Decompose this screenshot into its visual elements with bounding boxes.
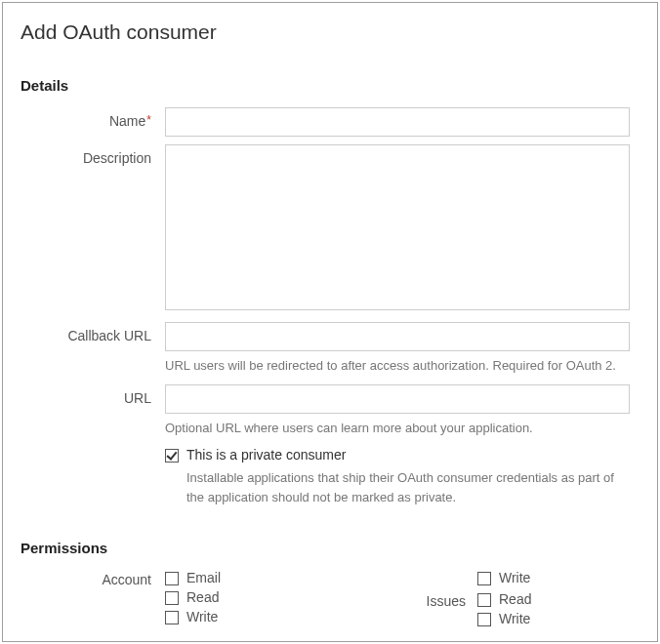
account-read-label: Read: [186, 589, 219, 605]
name-row: Name*: [21, 107, 630, 137]
description-label: Description: [21, 144, 165, 166]
account-email-checkbox[interactable]: [165, 572, 179, 585]
url-label: URL: [21, 384, 165, 406]
account-write-checkbox[interactable]: [165, 611, 179, 624]
page-title: Add OAuth consumer: [21, 20, 630, 44]
issues-group-label: Issues: [419, 591, 477, 630]
callback-url-input[interactable]: [165, 322, 630, 351]
details-section-title: Details: [21, 77, 630, 94]
name-input[interactable]: [165, 107, 630, 137]
account-email-option: Email: [165, 570, 419, 585]
issues-read-label: Read: [499, 591, 531, 607]
name-label: Name*: [21, 107, 165, 129]
account-read-checkbox[interactable]: [165, 591, 179, 605]
private-consumer-help: Installable applications that ship their…: [186, 468, 630, 506]
callback-url-label: Callback URL: [21, 322, 165, 343]
account-write-label: Write: [186, 609, 218, 624]
issues-write-option: Write: [477, 611, 531, 626]
right-write-option: Write: [477, 570, 531, 585]
private-consumer-row: This is a private consumer Installable a…: [21, 447, 630, 506]
url-help: Optional URL where users can learn more …: [165, 420, 630, 437]
permissions-section-title: Permissions: [21, 540, 630, 556]
right-write-label: Write: [499, 570, 530, 585]
private-consumer-checkbox[interactable]: [165, 449, 179, 463]
right-write-checkbox[interactable]: [477, 572, 491, 585]
issues-write-label: Write: [499, 611, 530, 626]
url-input[interactable]: [165, 384, 630, 414]
url-row: URL Optional URL where users can learn m…: [21, 384, 630, 437]
required-asterisk: *: [146, 113, 151, 127]
account-read-option: Read: [165, 589, 419, 605]
account-write-option: Write: [165, 609, 419, 624]
permissions-grid: Account Email Read Write: [21, 570, 630, 630]
issues-write-checkbox[interactable]: [477, 613, 491, 626]
issues-read-checkbox[interactable]: [477, 593, 491, 607]
right-column: Write Issues Read Wr: [419, 570, 630, 630]
description-row: Description: [21, 144, 630, 314]
callback-url-help: URL users will be redirected to after ac…: [165, 357, 630, 375]
account-email-label: Email: [186, 570, 221, 585]
description-textarea[interactable]: [165, 144, 630, 310]
private-consumer-label: This is a private consumer: [186, 447, 346, 463]
issues-read-option: Read: [477, 591, 531, 607]
account-options: Email Read Write: [165, 570, 419, 630]
oauth-consumer-panel: Add OAuth consumer Details Name* Descrip…: [2, 2, 658, 642]
callback-url-row: Callback URL URL users will be redirecte…: [21, 322, 630, 375]
account-group-label: Account: [21, 570, 165, 630]
